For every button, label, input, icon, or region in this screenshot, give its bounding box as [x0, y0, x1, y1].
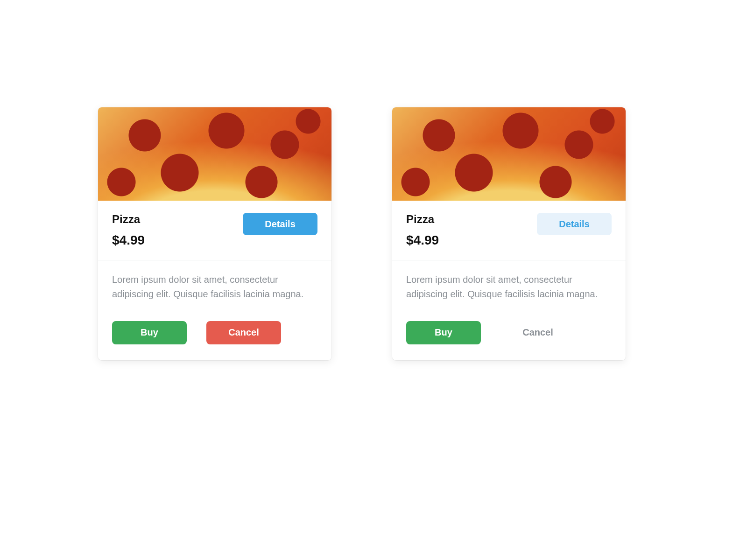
product-title: Pizza — [406, 213, 439, 226]
pizza-image — [392, 107, 626, 201]
card-heading: Pizza $4.99 — [406, 213, 439, 248]
cancel-button[interactable]: Cancel — [206, 321, 281, 344]
card-heading: Pizza $4.99 — [112, 213, 145, 248]
card-actions: Buy Cancel — [112, 321, 317, 344]
details-button[interactable]: Details — [537, 213, 612, 235]
card-actions: Buy Cancel — [406, 321, 612, 344]
buy-button[interactable]: Buy — [406, 321, 481, 344]
product-card: Pizza $4.99 Details Lorem ipsum dolor si… — [98, 107, 331, 360]
card-row: Pizza $4.99 Details Lorem ipsum dolor si… — [98, 107, 626, 360]
card-body: Lorem ipsum dolor sit amet, consectetur … — [392, 260, 626, 360]
card-header: Pizza $4.99 Details — [98, 201, 331, 260]
product-card: Pizza $4.99 Details Lorem ipsum dolor si… — [392, 107, 626, 360]
product-description: Lorem ipsum dolor sit amet, consectetur … — [406, 273, 612, 301]
details-button[interactable]: Details — [243, 213, 317, 235]
cancel-button[interactable]: Cancel — [500, 321, 575, 344]
buy-button[interactable]: Buy — [112, 321, 187, 344]
card-header: Pizza $4.99 Details — [392, 201, 626, 260]
product-description: Lorem ipsum dolor sit amet, consectetur … — [112, 273, 317, 301]
product-price: $4.99 — [112, 233, 145, 248]
product-price: $4.99 — [406, 233, 439, 248]
card-body: Lorem ipsum dolor sit amet, consectetur … — [98, 260, 331, 360]
pizza-image — [98, 107, 331, 201]
product-title: Pizza — [112, 213, 145, 226]
